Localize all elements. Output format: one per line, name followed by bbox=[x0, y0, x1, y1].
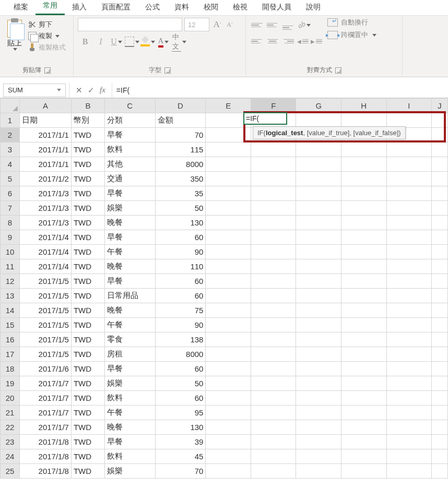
cell-D17[interactable]: 8000 bbox=[155, 347, 206, 362]
cell-A11[interactable]: 2017/1/4 bbox=[20, 259, 72, 274]
cell-D16[interactable]: 138 bbox=[155, 332, 206, 347]
cell-E14[interactable] bbox=[206, 303, 251, 318]
row-header[interactable]: 14 bbox=[1, 303, 20, 318]
row-header[interactable]: 10 bbox=[1, 245, 20, 259]
align-bottom-button[interactable] bbox=[281, 19, 295, 31]
cell-B23[interactable]: TWD bbox=[71, 435, 104, 449]
enter-formula-button[interactable]: ✓ bbox=[88, 86, 95, 95]
cell-E24[interactable] bbox=[206, 449, 251, 464]
cell-H13[interactable] bbox=[341, 289, 386, 303]
cell-A17[interactable]: 2017/1/5 bbox=[20, 347, 72, 362]
cell-C10[interactable]: 午餐 bbox=[104, 245, 155, 259]
row-header[interactable]: 1 bbox=[1, 113, 20, 128]
cell-A21[interactable]: 2017/1/7 bbox=[20, 406, 72, 420]
cell-F4[interactable] bbox=[251, 157, 296, 172]
row-header[interactable]: 4 bbox=[1, 157, 20, 172]
cell-G10[interactable] bbox=[296, 245, 341, 259]
cell-B19[interactable]: TWD bbox=[71, 376, 104, 391]
cell-G7[interactable] bbox=[296, 201, 341, 216]
row-header[interactable]: 8 bbox=[1, 216, 20, 230]
row-header[interactable]: 22 bbox=[1, 420, 20, 435]
cell-D24[interactable]: 45 bbox=[155, 449, 206, 464]
cell-I9[interactable] bbox=[386, 230, 432, 245]
row-header[interactable]: 20 bbox=[1, 391, 20, 406]
cell-C14[interactable]: 晚餐 bbox=[104, 303, 155, 318]
cell-C6[interactable]: 早餐 bbox=[104, 186, 155, 201]
cell-B8[interactable]: TWD bbox=[71, 216, 104, 230]
cell-D10[interactable]: 90 bbox=[155, 245, 206, 259]
column-header-C[interactable]: C bbox=[104, 99, 155, 113]
cell-A19[interactable]: 2017/1/7 bbox=[20, 376, 72, 391]
cell-I16[interactable] bbox=[386, 332, 432, 347]
cell-E4[interactable] bbox=[206, 157, 251, 172]
cell-E7[interactable] bbox=[206, 201, 251, 216]
cell-I21[interactable] bbox=[386, 406, 432, 420]
cell-A12[interactable]: 2017/1/5 bbox=[20, 274, 72, 289]
cell-J20[interactable] bbox=[432, 391, 448, 406]
cell-B7[interactable]: TWD bbox=[71, 201, 104, 216]
cell-A18[interactable]: 2017/1/6 bbox=[20, 362, 72, 376]
cell-B2[interactable]: TWD bbox=[71, 128, 104, 142]
cell-E25[interactable] bbox=[206, 464, 251, 479]
cell-C23[interactable]: 早餐 bbox=[104, 435, 155, 449]
cell-B10[interactable]: TWD bbox=[71, 245, 104, 259]
ribbon-tab-2[interactable]: 插入 bbox=[65, 0, 94, 15]
cell-H14[interactable] bbox=[341, 303, 386, 318]
cell-H20[interactable] bbox=[341, 391, 386, 406]
font-size-input[interactable] bbox=[184, 18, 209, 31]
cell-I3[interactable] bbox=[386, 142, 432, 157]
row-header[interactable]: 3 bbox=[1, 142, 20, 157]
cell-C15[interactable]: 午餐 bbox=[104, 318, 155, 332]
cell-I12[interactable] bbox=[386, 274, 432, 289]
cell-G15[interactable] bbox=[296, 318, 341, 332]
row-header[interactable]: 19 bbox=[1, 376, 20, 391]
fill-color-button[interactable] bbox=[140, 34, 155, 49]
cell-G21[interactable] bbox=[296, 406, 341, 420]
cell-J6[interactable] bbox=[432, 186, 448, 201]
cell-A23[interactable]: 2017/1/8 bbox=[20, 435, 72, 449]
row-header[interactable]: 15 bbox=[1, 318, 20, 332]
cell-F16[interactable] bbox=[251, 332, 296, 347]
cell-C25[interactable]: 娛樂 bbox=[104, 464, 155, 479]
cell-J19[interactable] bbox=[432, 376, 448, 391]
cell-H15[interactable] bbox=[341, 318, 386, 332]
cell-B12[interactable]: TWD bbox=[71, 274, 104, 289]
cell-F12[interactable] bbox=[251, 274, 296, 289]
cell-D4[interactable]: 8000 bbox=[155, 157, 206, 172]
cell-D21[interactable]: 95 bbox=[155, 406, 206, 420]
cell-C18[interactable]: 早餐 bbox=[104, 362, 155, 376]
cell-I7[interactable] bbox=[386, 201, 432, 216]
font-name-input[interactable] bbox=[78, 18, 182, 31]
cell-H18[interactable] bbox=[341, 362, 386, 376]
cell-D5[interactable]: 350 bbox=[155, 172, 206, 186]
cell-I10[interactable] bbox=[386, 245, 432, 259]
column-header-B[interactable]: B bbox=[71, 99, 104, 113]
cell-J17[interactable] bbox=[432, 347, 448, 362]
cell-F7[interactable] bbox=[251, 201, 296, 216]
ribbon-tab-9[interactable]: 說明 bbox=[299, 0, 328, 15]
cell-F15[interactable] bbox=[251, 318, 296, 332]
cell-F14[interactable] bbox=[251, 303, 296, 318]
phonetic-button[interactable]: 中文 bbox=[172, 34, 186, 49]
cell-E6[interactable] bbox=[206, 186, 251, 201]
cell-B24[interactable]: TWD bbox=[71, 449, 104, 464]
cell-J8[interactable] bbox=[432, 216, 448, 230]
cell-B3[interactable]: TWD bbox=[71, 142, 104, 157]
cell-A14[interactable]: 2017/1/5 bbox=[20, 303, 72, 318]
cell-B11[interactable]: TWD bbox=[71, 259, 104, 274]
cell-I22[interactable] bbox=[386, 420, 432, 435]
cell-I13[interactable] bbox=[386, 289, 432, 303]
cell-J7[interactable] bbox=[432, 201, 448, 216]
align-right-button[interactable] bbox=[281, 35, 295, 47]
cell-C7[interactable]: 娛樂 bbox=[104, 201, 155, 216]
row-header[interactable]: 12 bbox=[1, 274, 20, 289]
row-header[interactable]: 17 bbox=[1, 347, 20, 362]
cell-G24[interactable] bbox=[296, 449, 341, 464]
ribbon-tab-4[interactable]: 公式 bbox=[138, 0, 167, 15]
cell-G3[interactable] bbox=[296, 142, 341, 157]
clipboard-dialog-launcher[interactable] bbox=[44, 67, 51, 74]
cell-J21[interactable] bbox=[432, 406, 448, 420]
ribbon-tab-1[interactable]: 常用 bbox=[36, 0, 65, 15]
cell-J15[interactable] bbox=[432, 318, 448, 332]
border-button[interactable] bbox=[125, 34, 139, 49]
